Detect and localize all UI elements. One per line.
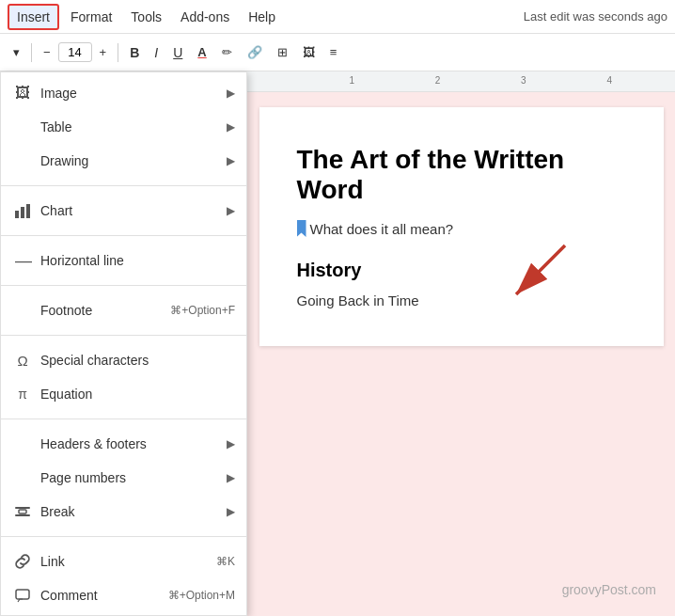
link-button[interactable]: 🔗	[242, 41, 268, 63]
font-size-decrease[interactable]: −	[38, 41, 56, 63]
menu-item-footnote[interactable]: Footnote ⌘+Option+F	[1, 293, 246, 327]
menu-format[interactable]: Format	[63, 6, 119, 28]
svg-rect-4	[15, 514, 30, 516]
menu-item-link-label: Link	[40, 554, 216, 569]
document-area: 1 2 3 4 The Art of the Written Word What…	[247, 71, 675, 616]
last-edit-label: Last edit was seconds ago	[524, 9, 667, 24]
divider-3	[1, 285, 246, 286]
image-icon: 🖼	[12, 85, 33, 102]
bookmark-line: What does it all mean?	[297, 220, 626, 237]
italic-button[interactable]: I	[149, 41, 164, 64]
equation-icon: π	[12, 387, 33, 402]
menu-addons[interactable]: Add-ons	[173, 6, 237, 28]
menu-section-6: Headers & footers ▶ Page numbers ▶ Break…	[1, 423, 246, 532]
chart-arrow: ▶	[227, 204, 235, 217]
svg-rect-5	[19, 510, 26, 513]
svg-rect-0	[15, 211, 19, 218]
menu-item-chart[interactable]: Chart ▶	[1, 194, 246, 228]
toolbar: ▾ − 14 + B I U A ✏ 🔗 ⊞ 🖼 ≡	[0, 34, 675, 71]
insert-image-button[interactable]: 🖼	[297, 41, 321, 63]
font-size-increase[interactable]: +	[94, 41, 113, 63]
comment-icon	[12, 587, 33, 604]
menu-item-page-numbers[interactable]: Page numbers ▶	[1, 461, 246, 495]
menu-section-7: Link ⌘K Comment ⌘+Option+M	[1, 541, 246, 616]
svg-line-8	[516, 245, 565, 294]
bookmark-flag-icon	[297, 220, 306, 237]
menu-item-table[interactable]: Table ▶	[1, 110, 246, 144]
insert-link-button[interactable]: ⊞	[272, 41, 293, 63]
insert-dropdown: 🖼 Image ▶ Table ▶ Drawing ▶ Chart ▶	[0, 71, 247, 616]
ruler-mark-1: 1	[350, 75, 355, 86]
divider-2	[1, 235, 246, 236]
link-icon	[12, 553, 33, 570]
chart-icon	[12, 202, 33, 219]
menu-item-image[interactable]: 🖼 Image ▶	[1, 76, 246, 110]
menu-item-hf-label: Headers & footers	[40, 436, 219, 451]
svg-rect-2	[26, 204, 30, 218]
hf-arrow: ▶	[227, 437, 235, 450]
menu-item-table-label: Table	[40, 119, 219, 134]
menu-item-drawing-label: Drawing	[40, 153, 219, 168]
menu-section-3: — Horizontal line	[1, 240, 246, 281]
svg-rect-6	[16, 590, 29, 599]
ruler-mark-2: 2	[435, 75, 441, 86]
menu-tools[interactable]: Tools	[123, 6, 169, 28]
font-color-button[interactable]: A	[192, 41, 212, 63]
ruler-mark-4: 4	[606, 75, 612, 86]
menu-item-equation-label: Equation	[40, 387, 235, 402]
divider-1	[1, 185, 246, 186]
comment-shortcut: ⌘+Option+M	[168, 589, 235, 602]
horizontal-line-icon: —	[12, 251, 33, 271]
menu-section-4: Footnote ⌘+Option+F	[1, 290, 246, 331]
break-icon	[12, 503, 33, 520]
menu-item-hline-label: Horizontal line	[40, 253, 235, 268]
menu-item-image-label: Image	[40, 86, 219, 101]
bookmark-text: What does it all mean?	[310, 221, 454, 237]
table-arrow: ▶	[227, 120, 235, 134]
watermark: groovyPost.com	[562, 582, 656, 597]
font-dropdown[interactable]: ▾	[8, 41, 25, 63]
font-size-value[interactable]: 14	[58, 42, 92, 62]
svg-rect-1	[21, 207, 24, 218]
divider-6	[1, 536, 246, 537]
menu-item-break[interactable]: Break ▶	[1, 495, 246, 529]
underline-button[interactable]: U	[167, 41, 188, 64]
more-button[interactable]: ≡	[324, 41, 343, 63]
menu-item-drawing[interactable]: Drawing ▶	[1, 144, 246, 178]
menu-help[interactable]: Help	[241, 6, 283, 28]
document-title: The Art of the Written Word	[297, 145, 626, 205]
ruler-mark-3: 3	[521, 75, 526, 86]
divider-4	[1, 335, 246, 336]
break-arrow: ▶	[227, 505, 235, 518]
menu-section-5: Ω Special characters π Equation	[1, 340, 246, 415]
link-shortcut: ⌘K	[216, 555, 235, 568]
menu-item-special-chars[interactable]: Ω Special characters	[1, 343, 246, 377]
bold-button[interactable]: B	[124, 41, 145, 64]
menu-item-headers-footers[interactable]: Headers & footers ▶	[1, 427, 246, 461]
toolbar-separator-1	[31, 43, 32, 62]
menu-item-horizontal-line[interactable]: — Horizontal line	[1, 244, 246, 277]
footnote-shortcut: ⌘+Option+F	[170, 304, 235, 317]
menu-item-pagenums-label: Page numbers	[40, 470, 219, 485]
menu-item-break-label: Break	[40, 504, 219, 519]
main-area: 🖼 Image ▶ Table ▶ Drawing ▶ Chart ▶	[0, 71, 675, 616]
pagenums-arrow: ▶	[227, 471, 235, 484]
image-arrow: ▶	[227, 87, 235, 100]
toolbar-separator-2	[118, 43, 118, 62]
menu-section-2: Chart ▶	[1, 190, 246, 231]
drawing-arrow: ▶	[227, 154, 235, 167]
divider-5	[1, 419, 246, 419]
arrow-annotation	[499, 236, 584, 321]
menu-item-equation[interactable]: π Equation	[1, 377, 246, 411]
font-size-control: − 14 +	[38, 41, 112, 63]
menu-section-1: 🖼 Image ▶ Table ▶ Drawing ▶	[1, 72, 246, 182]
menu-insert[interactable]: Insert	[8, 4, 59, 30]
menu-item-comment[interactable]: Comment ⌘+Option+M	[1, 578, 246, 612]
document-page: The Art of the Written Word What does it…	[259, 107, 664, 346]
menu-item-special-chars-label: Special characters	[40, 353, 235, 368]
menu-item-comment-label: Comment	[40, 588, 168, 603]
menu-item-chart-label: Chart	[40, 203, 219, 218]
svg-rect-3	[15, 507, 30, 509]
highlight-button[interactable]: ✏	[216, 41, 238, 63]
menu-item-link[interactable]: Link ⌘K	[1, 545, 246, 578]
